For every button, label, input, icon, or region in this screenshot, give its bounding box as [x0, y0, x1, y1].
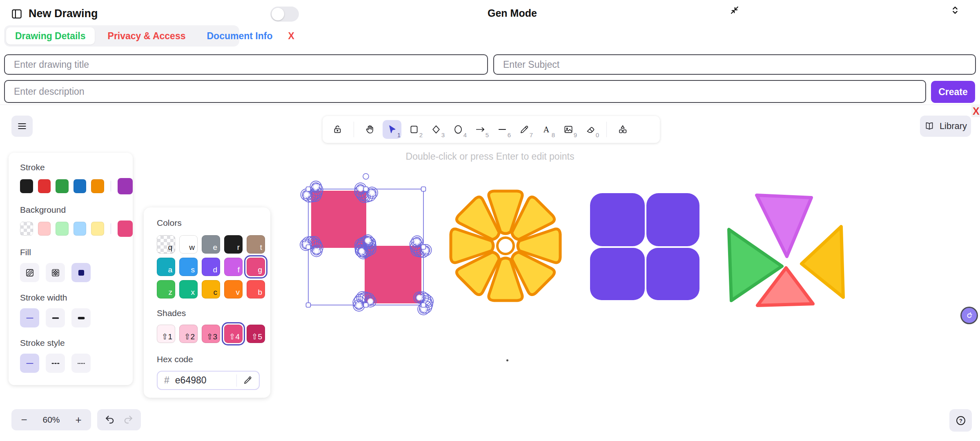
tab-document-info[interactable]: Document Info	[196, 31, 283, 42]
stroke-swatch-blue[interactable]	[74, 179, 87, 193]
tool-selection[interactable]: 1	[383, 120, 401, 139]
tab-drawing-details[interactable]: Drawing Details	[6, 27, 95, 45]
tool-eraser[interactable]: 0	[581, 120, 600, 139]
shade-2[interactable]: ⇧2	[179, 325, 198, 343]
dashed-stroke-icon	[50, 358, 61, 369]
bg-swatch-blue[interactable]	[74, 222, 87, 236]
tab-privacy-access[interactable]: Privacy & Access	[97, 31, 196, 42]
zoom-out-button[interactable]: −	[18, 414, 30, 426]
hex-divider	[236, 374, 237, 387]
bg-swatch-yellow[interactable]	[91, 222, 104, 236]
bg-swatch-transparent[interactable]	[20, 222, 33, 236]
shade-1[interactable]: ⇧1	[157, 325, 175, 343]
background-label: Background	[20, 205, 133, 215]
tool-diamond[interactable]: 3	[427, 120, 445, 139]
stroke-style-dotted-button[interactable]	[71, 354, 91, 373]
stroke-width-extrabold-button[interactable]	[71, 308, 91, 327]
undo-icon[interactable]	[104, 414, 116, 425]
color-c[interactable]: c	[202, 280, 220, 298]
color-picker-popup: Colors q w e r t a s d f g z x c v b Sha…	[144, 207, 270, 398]
color-f[interactable]: f	[224, 258, 243, 276]
help-button[interactable]: ?	[949, 409, 972, 432]
redo-icon[interactable]	[122, 414, 134, 425]
color-e[interactable]: e	[202, 235, 220, 254]
color-r[interactable]: r	[224, 235, 243, 254]
color-d[interactable]: d	[202, 258, 220, 276]
fill-crosshatch-button[interactable]	[46, 263, 65, 282]
shade-5[interactable]: ⇧5	[247, 325, 265, 343]
hex-input[interactable]: # e64980	[157, 371, 260, 390]
color-t[interactable]: t	[247, 235, 265, 254]
drawing-title-input[interactable]	[4, 54, 488, 75]
ellipse-icon	[453, 124, 463, 135]
bg-swatch-green[interactable]	[56, 222, 69, 236]
close-x-button[interactable]: X	[971, 105, 980, 117]
tool-image[interactable]: 9	[559, 120, 578, 139]
tool-more-shapes[interactable]	[613, 120, 632, 139]
stroke-swatch-orange[interactable]	[91, 179, 104, 193]
bg-swatch-pink[interactable]	[38, 222, 51, 236]
svg-text:?: ?	[959, 417, 962, 423]
color-q[interactable]: q	[157, 235, 175, 254]
purple-clover-shape[interactable]	[588, 190, 702, 304]
color-b[interactable]: b	[247, 280, 265, 298]
background-current-color[interactable]	[118, 220, 133, 237]
stroke-swatch-red[interactable]	[38, 179, 51, 193]
tool-lock[interactable]	[328, 120, 347, 139]
toolbar-divider	[606, 122, 607, 137]
zoom-level[interactable]: 60%	[42, 415, 60, 425]
description-input[interactable]	[4, 80, 926, 103]
library-button[interactable]: Library	[920, 116, 971, 137]
chevron-updown-icon[interactable]	[949, 4, 961, 16]
tool-draw[interactable]: 7	[515, 120, 534, 139]
color-z[interactable]: z	[157, 280, 175, 298]
mode-toggle[interactable]	[270, 7, 299, 22]
sidebar-panel-icon[interactable]	[11, 8, 23, 20]
color-a[interactable]: a	[157, 258, 175, 276]
tool-line[interactable]: 6	[493, 120, 512, 139]
color-v[interactable]: v	[224, 280, 243, 298]
tool-arrow[interactable]: 5	[471, 120, 490, 139]
fill-hachure-button[interactable]	[20, 263, 39, 282]
background-swatches	[20, 220, 133, 237]
zoom-in-button[interactable]: +	[72, 414, 85, 426]
triangle-pinwheel-shape[interactable]	[725, 188, 847, 310]
edit-points-hint: Double-click or press Enter to edit poin…	[0, 151, 980, 162]
shade-3[interactable]: ⇧3	[202, 325, 220, 343]
stroke-style-solid-button[interactable]	[20, 354, 39, 373]
create-button[interactable]: Create	[931, 81, 975, 103]
triangle-right	[802, 227, 843, 297]
properties-panel: Stroke Background Fill	[9, 153, 133, 385]
regenerate-fab[interactable]	[960, 307, 978, 324]
hex-value[interactable]: e64980	[175, 375, 231, 386]
collapse-icon[interactable]	[729, 5, 742, 17]
tool-rectangle[interactable]: 2	[405, 120, 423, 139]
eyedropper-icon[interactable]	[243, 376, 252, 385]
zoom-control: − 60% +	[11, 409, 91, 430]
stroke-width-options	[20, 308, 133, 327]
stroke-current-color[interactable]	[118, 178, 133, 194]
color-w[interactable]: w	[179, 235, 198, 254]
stroke-width-thin-button[interactable]	[20, 308, 39, 327]
stroke-swatch-green[interactable]	[56, 179, 69, 193]
solid-stroke-icon	[24, 358, 35, 369]
color-s[interactable]: s	[179, 258, 198, 276]
fill-solid-button[interactable]	[71, 263, 91, 282]
tool-ellipse[interactable]: 4	[449, 120, 468, 139]
flower-shape[interactable]	[449, 185, 564, 307]
color-x[interactable]: x	[179, 280, 198, 298]
color-g-selected[interactable]: g	[247, 258, 265, 276]
question-icon: ?	[955, 415, 967, 426]
stroke-width-bold-button[interactable]	[46, 308, 65, 327]
image-icon	[563, 124, 574, 135]
menu-button[interactable]	[11, 116, 33, 137]
shade-4-selected[interactable]: ⇧4	[224, 325, 243, 343]
selected-line-shape[interactable]	[300, 168, 431, 317]
toggle-knob	[272, 8, 284, 20]
tool-hand[interactable]	[361, 120, 379, 139]
tool-text[interactable]: A 8	[537, 120, 556, 139]
subject-input[interactable]	[493, 54, 976, 75]
stroke-style-dashed-button[interactable]	[46, 354, 65, 373]
stroke-swatch-black[interactable]	[20, 179, 33, 193]
tab-close[interactable]: X	[283, 31, 299, 42]
